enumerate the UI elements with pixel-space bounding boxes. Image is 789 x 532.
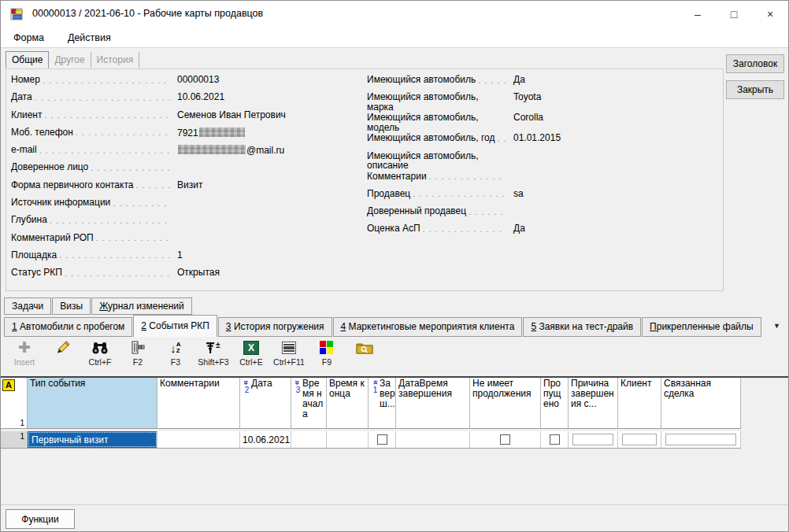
cell-finish-reason[interactable] bbox=[569, 431, 618, 448]
dot-leader bbox=[429, 172, 506, 181]
folder-search-button[interactable] bbox=[346, 338, 383, 360]
grid-header: A 1 Тип события Комментарии »2Дата »3Вре… bbox=[1, 378, 741, 429]
tab-sobytiya-rkp[interactable]: 2 События РКП bbox=[133, 315, 217, 337]
cell-completed[interactable] bbox=[369, 431, 396, 448]
list-view-icon bbox=[282, 339, 296, 357]
field-phone-value: 7921 bbox=[172, 127, 246, 139]
edit-pencil-icon bbox=[54, 339, 70, 357]
no-continuation-checkbox[interactable] bbox=[500, 434, 510, 445]
tab-zhurnal-izmeneniy[interactable]: Журнал изменений bbox=[91, 297, 192, 315]
tab-obschie[interactable]: Общие bbox=[6, 51, 49, 68]
field-label: Имеющийся автомобиль, описание bbox=[367, 150, 504, 171]
sort-az-icon: ↓AZ bbox=[170, 339, 180, 357]
col-time-start[interactable]: »3Время начала bbox=[291, 378, 327, 428]
excel-export-button[interactable]: X Ctrl+E bbox=[232, 338, 270, 368]
insert-plus-icon: ✚ bbox=[18, 339, 31, 357]
totals-button[interactable]: ± Shift+F3 bbox=[194, 338, 232, 368]
col-missed[interactable]: Пропущено bbox=[541, 378, 569, 428]
tab-vizy[interactable]: Визы bbox=[52, 297, 91, 315]
tab-marketingovye-meropriyatiya[interactable]: 4 Маркетинговые мероприятия клиента bbox=[333, 317, 523, 337]
form-page-tabs: Общие Другое История bbox=[6, 51, 139, 68]
sort-desc-icon: »3 bbox=[294, 379, 302, 419]
col-time-end[interactable]: Время конца bbox=[327, 378, 369, 428]
field-label: Имеющийся автомобиль bbox=[367, 74, 476, 85]
col-finish-datetime[interactable]: ДатаВремя завершения bbox=[396, 378, 470, 428]
field-auto-marka-value: Toyota bbox=[509, 91, 541, 102]
dot-leader bbox=[76, 127, 170, 137]
close-button[interactable]: × bbox=[752, 1, 788, 28]
field-auto-value: Да bbox=[509, 74, 525, 85]
funkcii-button[interactable]: Функции bbox=[6, 509, 75, 529]
form-app-icon bbox=[10, 8, 23, 20]
detail-tabs-row2: 1 Автомобили с пробегом 2 События РКП 3 … bbox=[4, 315, 762, 337]
dot-leader bbox=[39, 146, 170, 155]
menu-deystviya[interactable]: Действия bbox=[68, 32, 111, 43]
cell-event-type[interactable]: Первичный визит bbox=[28, 431, 157, 448]
minimize-button[interactable]: – bbox=[680, 1, 716, 28]
sort-button[interactable]: ↓AZ F3 bbox=[157, 338, 194, 368]
col-completed[interactable]: »1Заверш... bbox=[369, 378, 396, 428]
list-view-button[interactable]: Ctrl+F11 bbox=[270, 338, 308, 368]
events-grid: A 1 Тип события Комментарии »2Дата »3Вре… bbox=[1, 376, 789, 449]
corner-a-badge[interactable]: A bbox=[2, 379, 15, 391]
format-colors-button[interactable]: F9 bbox=[308, 338, 346, 368]
field-auto-opisanie-value bbox=[509, 150, 513, 151]
field-label: Статус РКП bbox=[11, 267, 62, 278]
cell-time-end[interactable] bbox=[327, 431, 369, 448]
cell-related-deal[interactable] bbox=[661, 431, 741, 448]
col-event-type[interactable]: Тип события bbox=[28, 378, 157, 428]
menu-forma[interactable]: Форма bbox=[13, 32, 44, 43]
col-no-continuation[interactable]: Не имеет продолжения bbox=[470, 378, 541, 428]
dot-leader bbox=[35, 93, 170, 102]
cell-missed[interactable] bbox=[541, 431, 569, 448]
tab-zayavki-na-test-drayv[interactable]: 5 Заявки на тест-драйв bbox=[523, 317, 641, 337]
dot-leader bbox=[469, 207, 506, 216]
cell-date[interactable]: 10.06.2021 bbox=[240, 431, 291, 448]
completed-checkbox[interactable] bbox=[377, 434, 387, 445]
col-client[interactable]: Клиент bbox=[618, 378, 661, 428]
zagolovok-button[interactable]: Заголовок bbox=[726, 54, 784, 73]
related-deal-field[interactable] bbox=[665, 434, 736, 445]
cell-client[interactable] bbox=[618, 431, 661, 448]
find-binoculars-icon bbox=[91, 339, 109, 357]
missed-checkbox[interactable] bbox=[550, 434, 560, 445]
field-label: Имеющийся автомобиль, модель bbox=[367, 112, 504, 132]
cell-time-start[interactable] bbox=[291, 431, 327, 448]
tab-prikreplennye-fayly[interactable]: Прикрепленные файлы bbox=[642, 317, 761, 337]
tab-zadachi[interactable]: Задачи bbox=[4, 297, 51, 315]
window-title: 00000013 / 2021-06-10 - Рабочие карты пр… bbox=[32, 8, 263, 19]
cell-finish-datetime[interactable] bbox=[396, 431, 470, 448]
field-ploschadka-value: 1 bbox=[172, 249, 183, 260]
col-related-deal[interactable]: Связанная сделка bbox=[661, 378, 741, 428]
detail-tabs-row1: Задачи Визы Журнал изменений bbox=[4, 297, 193, 315]
field-klient-value: Семенов Иван Петрович bbox=[172, 109, 286, 120]
field-label: Комментарии bbox=[367, 171, 427, 182]
tab-istoriya[interactable]: История bbox=[91, 52, 140, 68]
zakryt-button[interactable]: Закрыть bbox=[726, 80, 784, 99]
fields-left-column: Номер00000013 Дата10.06.2021 КлиентСемен… bbox=[11, 74, 357, 285]
menu-bar: Форма Действия bbox=[1, 28, 788, 48]
tab-avtomobili-s-probegom[interactable]: 1 Автомобили с пробегом bbox=[4, 317, 132, 337]
grid-corner-cell[interactable]: A 1 bbox=[1, 378, 28, 428]
field-forma-kontakta-value: Визит bbox=[172, 179, 202, 190]
field-label: Моб. телефон bbox=[11, 127, 73, 138]
tab-overflow-icon[interactable]: ▼ bbox=[773, 322, 780, 330]
col-comments[interactable]: Комментарии bbox=[157, 378, 240, 428]
cell-no-continuation[interactable] bbox=[470, 431, 541, 448]
view-settings-button[interactable]: F2 bbox=[119, 338, 157, 368]
find-button[interactable]: Ctrl+F bbox=[81, 338, 119, 368]
col-date[interactable]: »2Дата bbox=[240, 378, 291, 428]
maximize-button[interactable]: □ bbox=[716, 1, 752, 28]
col-finish-reason[interactable]: Причина завершения с... bbox=[569, 378, 618, 428]
insert-row-button[interactable]: ✚ Insert bbox=[6, 338, 43, 368]
dot-leader bbox=[423, 224, 506, 234]
field-istochnik-value bbox=[172, 197, 177, 198]
dot-leader bbox=[50, 216, 170, 225]
cell-comments[interactable] bbox=[157, 431, 240, 448]
client-field[interactable] bbox=[622, 434, 657, 445]
edit-row-button[interactable] bbox=[43, 338, 81, 360]
table-row[interactable]: 1 Первичный визит 10.06.2021 bbox=[1, 431, 741, 449]
tab-drugoe[interactable]: Другое bbox=[49, 52, 91, 68]
finish-reason-field[interactable] bbox=[572, 434, 613, 445]
tab-istoriya-pogruzheniya[interactable]: 3 История погружения bbox=[218, 317, 332, 337]
